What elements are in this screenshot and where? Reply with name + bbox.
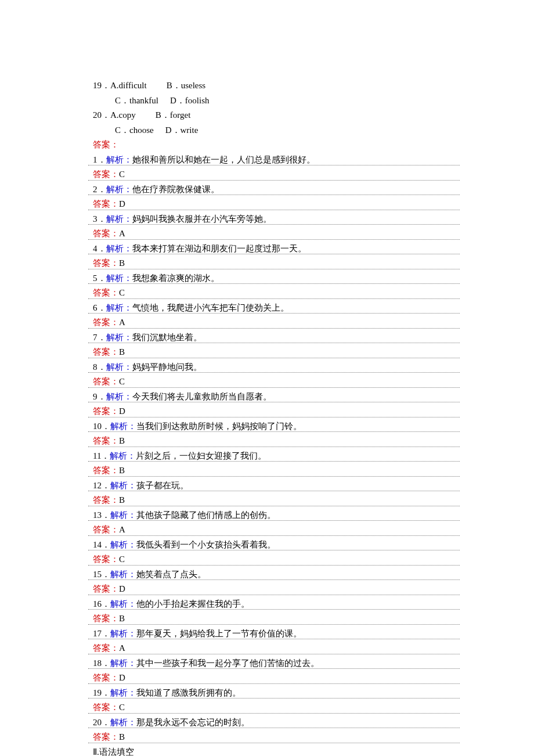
answer-value-row: 答案：C bbox=[93, 167, 464, 182]
answer-label: 答案： bbox=[93, 614, 119, 623]
answer-explanation-text: 16．解析：他的小手抬起来握住我的手。 bbox=[93, 599, 250, 609]
answer-letter: D bbox=[119, 584, 125, 593]
answer-label: 答案： bbox=[93, 229, 119, 238]
answer-value-row: 答案：C bbox=[93, 552, 464, 567]
answer-explanation-row: 10．解析：当我们到达救助所时候，妈妈按响了门铃。 bbox=[93, 419, 464, 434]
answer-value-text: 答案：D bbox=[93, 199, 125, 208]
answer-explanation-row: 9．解析：今天我们将去儿童救助所当自愿者。 bbox=[93, 390, 464, 405]
explanation-label: 解析： bbox=[110, 629, 136, 638]
answer-value-text: 答案：A bbox=[93, 318, 125, 327]
answer-label: 答案： bbox=[93, 347, 119, 357]
answer-label: 答案： bbox=[93, 584, 119, 593]
answer-explanation-row: 16．解析：他的小手抬起来握住我的手。 bbox=[93, 597, 464, 612]
answer-value-text: 答案：D bbox=[93, 406, 125, 416]
explanation-label: 解析： bbox=[106, 244, 132, 253]
explanation-text: 我知道了感激我所拥有的。 bbox=[136, 688, 241, 697]
answer-explanation-text: 10．解析：当我们到达救助所时候，妈妈按响了门铃。 bbox=[93, 422, 302, 431]
answer-explanation-row: 1．解析：她很和善所以和她在一起，人们总是感到很好。 bbox=[93, 153, 464, 168]
explanation-text: 他在疗养院教保健课。 bbox=[132, 185, 219, 194]
answer-value-text: 答案：A bbox=[93, 525, 125, 534]
answer-explanation-text: 4．解析：我本来打算在湖边和朋友们一起度过那一天。 bbox=[93, 244, 306, 253]
question-20-line2: C．chooseD．write bbox=[93, 123, 464, 138]
answer-explanation-text: 13．解析：其他孩子隐藏了他们情感上的创伤。 bbox=[93, 510, 276, 520]
explanation-text: 她很和善所以和她在一起，人们总是感到很好。 bbox=[132, 155, 315, 164]
explanation-label: 解析： bbox=[106, 185, 132, 194]
answer-number: 12． bbox=[93, 481, 110, 490]
answer-number: 19． bbox=[93, 688, 110, 697]
question-number: 20． bbox=[93, 110, 110, 120]
explanation-label: 解析： bbox=[110, 422, 136, 431]
answer-letter: B bbox=[119, 436, 125, 445]
answer-letter: C bbox=[119, 288, 125, 297]
answers-header: 答案： bbox=[93, 138, 464, 153]
answer-letter: B bbox=[119, 347, 125, 357]
answer-explanation-text: 3．解析：妈妈叫我换衣服并在小汽车旁等她。 bbox=[93, 214, 272, 224]
answer-value-text: 答案：A bbox=[93, 643, 125, 653]
answer-explanation-text: 7．解析：我们沉默地坐着。 bbox=[93, 333, 202, 342]
option-d: D．write bbox=[165, 125, 199, 135]
answer-value-text: 答案：D bbox=[93, 673, 125, 682]
answer-letter: A bbox=[119, 643, 125, 653]
explanation-text: 我想象着凉爽的湖水。 bbox=[132, 273, 219, 283]
answer-value-text: 答案：C bbox=[93, 555, 125, 564]
answer-letter: D bbox=[119, 199, 125, 208]
question-19-line1: 19．A.difficultB．useless bbox=[93, 78, 464, 93]
answer-number: 10． bbox=[93, 422, 110, 431]
answer-value-row: 答案：B bbox=[93, 463, 464, 478]
answer-value-row: 答案：A bbox=[93, 226, 464, 242]
answer-value-text: 答案：A bbox=[93, 229, 125, 238]
answer-number: 8． bbox=[93, 362, 106, 372]
answer-value-text: 答案：B bbox=[93, 436, 125, 445]
answer-explanation-row: 17．解析：那年夏天，妈妈给我上了一节有价值的课。 bbox=[93, 627, 464, 642]
explanation-label: 解析： bbox=[106, 214, 132, 224]
answer-value-text: 答案：C bbox=[93, 288, 125, 297]
answer-value-row: 答案：B bbox=[93, 434, 464, 449]
question-number: 19． bbox=[93, 81, 110, 90]
answer-explanation-row: 15．解析：她笑着点了点头。 bbox=[93, 567, 464, 582]
explanation-text: 妈妈平静地问我。 bbox=[132, 362, 202, 372]
answer-explanation-text: 2．解析：他在疗养院教保健课。 bbox=[93, 185, 219, 194]
answer-label: 答案： bbox=[93, 377, 119, 386]
answer-explanation-row: 18．解析：其中一些孩子和我一起分享了他们苦恼的过去。 bbox=[93, 656, 464, 671]
answer-explanation-text: 5．解析：我想象着凉爽的湖水。 bbox=[93, 273, 219, 283]
answer-letter: D bbox=[119, 406, 125, 416]
answer-label: 答案： bbox=[93, 406, 119, 416]
explanation-label: 解析： bbox=[106, 362, 132, 372]
answer-letter: A bbox=[119, 318, 125, 327]
answer-number: 15． bbox=[93, 570, 110, 579]
answer-explanation-row: 5．解析：我想象着凉爽的湖水。 bbox=[93, 271, 464, 286]
explanation-label: 解析： bbox=[106, 273, 132, 283]
answer-label: 答案： bbox=[93, 199, 119, 208]
answer-value-row: 答案：A bbox=[93, 523, 464, 538]
explanation-label: 解析： bbox=[110, 451, 136, 460]
answer-letter: C bbox=[119, 703, 125, 712]
option-c: C．choose bbox=[115, 125, 154, 135]
explanation-label: 解析： bbox=[106, 333, 132, 342]
answer-explanation-row: 4．解析：我本来打算在湖边和朋友们一起度过那一天。 bbox=[93, 242, 464, 257]
answer-explanation-row: 7．解析：我们沉默地坐着。 bbox=[93, 330, 464, 345]
answer-explanation-text: 20．解析：那是我永远不会忘记的时刻。 bbox=[93, 718, 250, 727]
answer-explanation-text: 9．解析：今天我们将去儿童救助所当自愿者。 bbox=[93, 392, 272, 401]
answer-explanation-row: 19．解析：我知道了感激我所拥有的。 bbox=[93, 686, 464, 701]
answer-value-row: 答案：B bbox=[93, 256, 464, 271]
grammar-section-title: Ⅱ.语法填空 bbox=[93, 745, 464, 757]
explanation-text: 其中一些孩子和我一起分享了他们苦恼的过去。 bbox=[136, 658, 319, 668]
explanation-text: 当我们到达救助所时候，妈妈按响了门铃。 bbox=[136, 422, 302, 431]
explanation-text: 他的小手抬起来握住我的手。 bbox=[136, 599, 250, 609]
answer-value-text: 答案：B bbox=[93, 466, 125, 475]
answer-explanation-row: 8．解析：妈妈平静地问我。 bbox=[93, 360, 464, 375]
answer-letter: A bbox=[119, 229, 125, 238]
answer-number: 16． bbox=[93, 599, 110, 609]
answer-explanation-row: 12．解析：孩子都在玩。 bbox=[93, 478, 464, 494]
answer-explanation-text: 6．解析：气愤地，我爬进小汽车把车门使劲关上。 bbox=[93, 303, 289, 312]
explanation-text: 今天我们将去儿童救助所当自愿者。 bbox=[132, 392, 272, 401]
explanation-text: 气愤地，我爬进小汽车把车门使劲关上。 bbox=[132, 303, 289, 312]
answer-value-text: 答案：D bbox=[93, 584, 125, 593]
explanation-text: 我们沉默地坐着。 bbox=[132, 333, 202, 342]
answer-number: 18． bbox=[93, 658, 110, 668]
answer-value-row: 答案：D bbox=[93, 197, 464, 212]
answer-value-text: 答案：B bbox=[93, 258, 125, 268]
answer-label: 答案： bbox=[93, 436, 119, 445]
document-page: 19．A.difficultB．useless C．thankfulD．fool… bbox=[0, 0, 534, 756]
answer-explanation-text: 17．解析：那年夏天，妈妈给我上了一节有价值的课。 bbox=[93, 629, 302, 638]
